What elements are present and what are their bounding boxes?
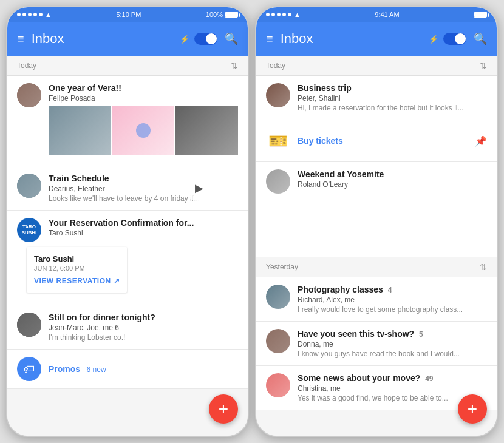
left-content-wrap: Today ⇅ One year of Vera!! Felipe Posada (7, 56, 248, 436)
right-today-label: Today (266, 61, 285, 70)
left-toggle[interactable] (194, 33, 217, 45)
left-time: 5:10 PM (116, 11, 141, 18)
right-today-header: Today ⇅ (256, 56, 497, 76)
business-body: Business trip Peter, Shalini Hi, I made … (298, 83, 487, 112)
right-app-title: Inbox (281, 31, 421, 47)
yosemite-body: Weekend at Yosemite Roland O'Leary (298, 169, 384, 189)
bolt-icon-left: ⚡ (180, 35, 189, 44)
tvshow-sender: Donna, me (298, 340, 487, 348)
email-item-business[interactable]: Business trip Peter, Shalini Hi, I made … (256, 76, 497, 120)
promos-body: Promos 6 new (49, 364, 238, 374)
yosemite-subject: Weekend at Yosemite (298, 169, 384, 179)
vera-photos (49, 106, 238, 155)
left-phone: ▲ 5:10 PM 100% ≡ Inbox ⚡ 🔍 (6, 6, 249, 437)
right-phone: ▲ 9:41 AM ≡ Inbox ⚡ 🔍 Toda (255, 6, 498, 437)
wifi-icon: ▲ (45, 11, 52, 18)
reservation-avatar: TAROSUSHI (17, 218, 41, 242)
photography-avatar (266, 285, 290, 309)
bolt-icon-right: ⚡ (429, 35, 438, 44)
vera-subject: One year of Vera!! (49, 83, 238, 93)
right-time: 9:41 AM (375, 11, 399, 18)
right-toggle[interactable] (443, 33, 466, 45)
email-item-train[interactable]: Train Schedule Dearius, Eleather Looks l… (7, 166, 248, 211)
tvshow-avatar (266, 329, 290, 353)
vera-sender: Felipe Posada (49, 94, 238, 103)
left-menu-icon[interactable]: ≡ (17, 32, 24, 46)
move-body: Some news about your move? 49 Christina,… (298, 373, 487, 402)
tvshow-count: 5 (419, 330, 423, 339)
pin-icon: 📌 (475, 135, 487, 147)
dinner-body: Still on for dinner tonight? Jean-Marc, … (49, 313, 238, 342)
business-preview: Hi, I made a reservation for the hotel b… (298, 104, 487, 112)
move-sender: Christina, me (298, 384, 487, 393)
email-item-tvshow[interactable]: Have you seen this tv-show? 5 Donna, me … (256, 322, 497, 366)
photography-preview: I really would love to get some photogra… (298, 305, 487, 314)
email-item-vera[interactable]: One year of Vera!! Felipe Posada (7, 76, 248, 166)
wifi-icon-right: ▲ (294, 11, 301, 18)
business-avatar (266, 83, 290, 107)
dinner-subject: Still on for dinner tonight? (49, 313, 238, 322)
left-status-bar: ▲ 5:10 PM 100% (7, 7, 248, 22)
card-action[interactable]: VIEW RESERVATION ↗ (34, 277, 120, 285)
promos-new: 6 new (87, 365, 106, 374)
promos-avatar: 🏷 (17, 357, 41, 381)
photography-sender: Richard, Alex, me (298, 296, 487, 304)
email-item-dinner[interactable]: Still on for dinner tonight? Jean-Marc, … (7, 305, 248, 350)
right-toggle-area: ⚡ (429, 33, 466, 45)
left-today-header: Today ⇅ (7, 56, 248, 76)
battery-pct-left: 100% (206, 11, 223, 18)
taro-card[interactable]: Taro Sushi JUN 12, 6:00 PM VIEW RESERVAT… (27, 247, 127, 293)
right-fab[interactable]: + (458, 394, 487, 424)
left-content: Today ⇅ One year of Vera!! Felipe Posada (7, 56, 248, 436)
left-toggle-area: ⚡ (180, 33, 217, 45)
right-sort-icon[interactable]: ⇅ (480, 61, 487, 70)
photography-subject: Photography classes 4 (298, 285, 487, 294)
left-app-bar: ≡ Inbox ⚡ 🔍 (7, 22, 248, 56)
tickets-body: Buy tickets (298, 136, 468, 146)
reservation-sender: Taro Sushi (49, 229, 194, 237)
right-content-wrap: Today ⇅ Business trip Peter, Shalini Hi,… (256, 56, 497, 436)
yosemite-photos (266, 197, 268, 246)
left-sort-icon[interactable]: ⇅ (231, 61, 238, 70)
right-content: Today ⇅ Business trip Peter, Shalini Hi,… (256, 56, 497, 436)
photography-count: 4 (388, 286, 392, 294)
tvshow-preview: I know you guys have read the book and I… (298, 350, 487, 358)
right-menu-icon[interactable]: ≡ (266, 32, 273, 46)
email-item-reservation[interactable]: TAROSUSHI Your Reservation Confirmation … (7, 211, 248, 305)
email-item-tickets[interactable]: 🎫 Buy tickets 📌 (256, 120, 497, 162)
video-play-btn[interactable]: ▶ (185, 175, 211, 201)
tvshow-body: Have you seen this tv-show? 5 Donna, me … (298, 329, 487, 358)
email-item-photography[interactable]: Photography classes 4 Richard, Alex, me … (256, 277, 497, 322)
right-app-bar: ≡ Inbox ⚡ 🔍 (256, 22, 497, 56)
photography-body: Photography classes 4 Richard, Alex, me … (298, 285, 487, 314)
yosemite-avatar (266, 169, 290, 194)
right-sort-icon-2[interactable]: ⇅ (480, 262, 487, 272)
right-status-bar: ▲ 9:41 AM (256, 7, 497, 22)
email-item-promos[interactable]: 🏷 Promos 6 new (7, 350, 248, 389)
dinner-sender: Jean-Marc, Joe, me 6 (49, 323, 238, 332)
dinner-avatar (17, 313, 41, 337)
left-today-label: Today (17, 61, 36, 70)
dinner-preview: I'm thinking Lobster co.! (49, 333, 238, 342)
reservation-subject: Your Reservation Confirmation for... (49, 218, 194, 228)
reservation-body: Your Reservation Confirmation for... Tar… (49, 218, 194, 237)
left-app-title: Inbox (32, 31, 172, 47)
right-yesterday-header: Yesterday ⇅ (256, 257, 497, 277)
vera-body: One year of Vera!! Felipe Posada (49, 83, 238, 158)
tickets-subject: Buy tickets (298, 136, 468, 146)
move-count: 49 (425, 374, 433, 383)
tickets-icon-wrap: 🎫 (266, 129, 290, 153)
business-sender: Peter, Shalini (298, 94, 487, 103)
promos-label: Promos (49, 364, 80, 374)
card-date: JUN 12, 6:00 PM (34, 265, 120, 272)
business-subject: Business trip (298, 83, 487, 93)
left-search-icon[interactable]: 🔍 (225, 32, 238, 46)
email-item-yosemite[interactable]: Weekend at Yosemite Roland O'Leary (256, 162, 497, 257)
right-search-icon[interactable]: 🔍 (474, 32, 487, 46)
right-yesterday-label: Yesterday (266, 263, 298, 271)
left-fab[interactable]: + (209, 394, 238, 424)
tvshow-subject: Have you seen this tv-show? 5 (298, 329, 487, 339)
yosemite-sender: Roland O'Leary (298, 180, 384, 189)
card-title: Taro Sushi (34, 254, 120, 263)
move-avatar (266, 373, 290, 397)
